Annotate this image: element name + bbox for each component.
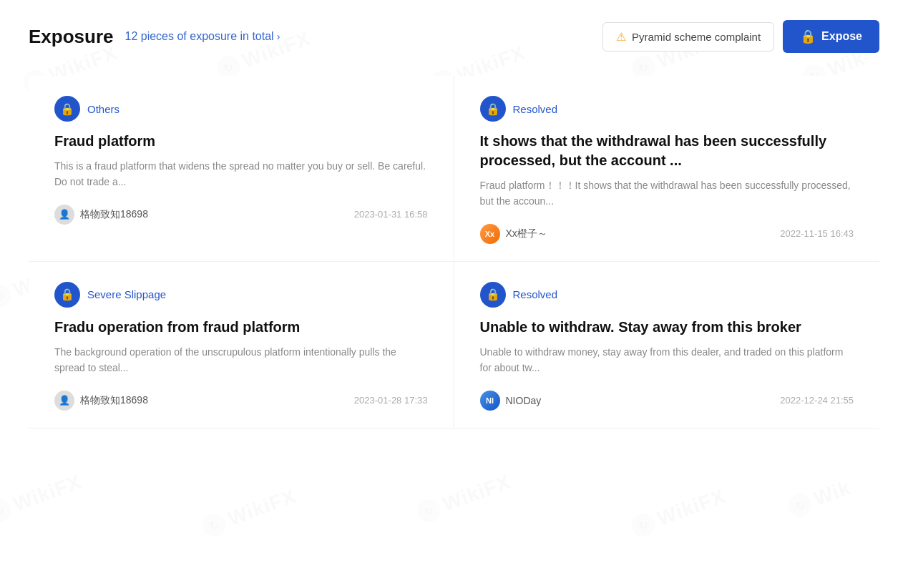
card-tag: 🔒 Others	[54, 96, 428, 122]
tag-label: Severe Slippage	[87, 288, 166, 300]
pyramid-label: Pyramid scheme complaint	[632, 31, 761, 43]
author-name: 格物致知18698	[80, 208, 148, 221]
card-author: Xx Xx橙子～	[480, 224, 547, 244]
tag-icon: 🔒	[54, 282, 80, 308]
tag-label: Others	[87, 103, 119, 115]
exposure-card[interactable]: 🔒 Severe Slippage Fradu operation from f…	[29, 262, 454, 428]
card-title: Fradu operation from fraud platform	[54, 318, 428, 337]
expose-icon: 🔒	[800, 29, 816, 44]
watermark: ↻WikiFX	[414, 471, 514, 526]
page-title: Exposure	[29, 26, 114, 48]
cards-grid: 🔒 Others Fraud platform This is a fraud …	[29, 76, 879, 428]
author-avatar: 👤	[54, 205, 74, 225]
card-tag: 🔒 Resolved	[480, 282, 854, 308]
card-footer: Xx Xx橙子～ 2022-11-15 16:43	[480, 224, 854, 244]
exposure-count-link[interactable]: 12 pieces of exposure in total ›	[125, 30, 280, 43]
expose-label: Expose	[821, 30, 862, 43]
card-title: Fraud platform	[54, 132, 428, 151]
card-description: This is a fraud platform that widens the…	[54, 158, 428, 190]
card-tag: 🔒 Severe Slippage	[54, 282, 428, 308]
card-author: 👤 格物致知18698	[54, 391, 148, 411]
header-left: Exposure 12 pieces of exposure in total …	[29, 26, 280, 48]
card-footer: 👤 格物致知18698 2023-01-28 17:33	[54, 391, 428, 411]
header: Exposure 12 pieces of exposure in total …	[29, 20, 879, 53]
card-footer: NI NIODay 2022-12-24 21:55	[480, 391, 854, 411]
tag-icon: 🔒	[480, 96, 506, 122]
card-title: Unable to withdraw. Stay away from this …	[480, 318, 854, 337]
tag-label: Resolved	[513, 288, 558, 300]
card-description: The background operation of the unscrupu…	[54, 344, 428, 376]
tag-icon: 🔒	[54, 96, 80, 122]
card-footer: 👤 格物致知18698 2023-01-31 16:58	[54, 205, 428, 225]
watermark: ↻WikiFX	[629, 485, 729, 540]
tag-icon: 🔒	[480, 282, 506, 308]
card-date: 2022-11-15 16:43	[780, 228, 854, 239]
header-right: ⚠ Pyramid scheme complaint 🔒 Expose	[602, 20, 879, 53]
author-name: 格物致知18698	[80, 394, 148, 407]
author-name: NIODay	[506, 395, 542, 406]
chevron-right-icon: ›	[277, 31, 280, 42]
watermark: ↻Wik	[785, 476, 854, 519]
count-label: 12 pieces of exposure in total	[125, 30, 274, 43]
warning-icon: ⚠	[616, 30, 626, 44]
author-avatar: Xx	[480, 224, 500, 244]
author-avatar: 👤	[54, 391, 74, 411]
card-description: Unable to withdraw money, stay away from…	[480, 344, 854, 376]
card-title: It shows that the withdrawal has been su…	[480, 132, 854, 170]
expose-button[interactable]: 🔒 Expose	[783, 20, 879, 53]
card-tag: 🔒 Resolved	[480, 96, 854, 122]
author-name: Xx橙子～	[506, 227, 547, 240]
exposure-card[interactable]: 🔒 Others Fraud platform This is a fraud …	[29, 76, 454, 262]
exposure-card[interactable]: 🔒 Resolved It shows that the withdrawal …	[454, 76, 880, 262]
watermark: ↻WikiFX	[0, 471, 84, 526]
author-avatar: NI	[480, 391, 500, 411]
card-description: Fraud platform！！！It shows that the withd…	[480, 177, 854, 210]
card-author: NI NIODay	[480, 391, 542, 411]
tag-label: Resolved	[513, 103, 558, 115]
card-date: 2022-12-24 21:55	[780, 395, 854, 406]
exposure-card[interactable]: 🔒 Resolved Unable to withdraw. Stay away…	[454, 262, 880, 428]
watermark: ↻WikiFX	[200, 485, 300, 540]
card-date: 2023-01-31 16:58	[354, 209, 428, 220]
card-date: 2023-01-28 17:33	[354, 395, 428, 406]
card-author: 👤 格物致知18698	[54, 205, 148, 225]
pyramid-complaint-button[interactable]: ⚠ Pyramid scheme complaint	[602, 22, 774, 52]
